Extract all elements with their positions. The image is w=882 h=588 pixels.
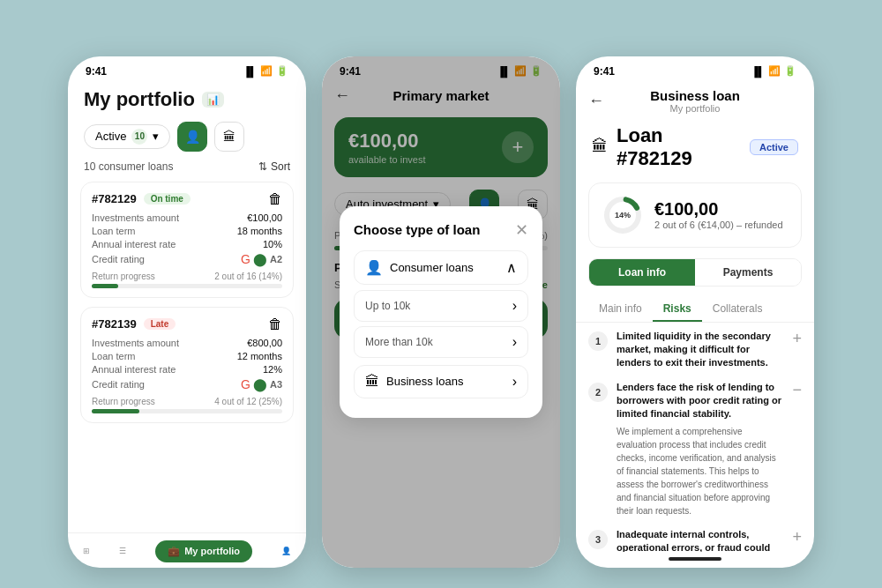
wifi-icon: 📶 xyxy=(260,65,273,77)
collapse-risk-2-button[interactable]: − xyxy=(792,381,802,399)
progress-fill-1 xyxy=(92,284,118,288)
sort-label: Sort xyxy=(271,160,290,173)
rating-value-1: A2 xyxy=(270,254,282,264)
loan-progress-2: Return progress 4 out of 12 (25%) xyxy=(92,397,282,413)
collaterals-tab[interactable]: Collaterals xyxy=(702,297,774,322)
loan-badge-2: Late xyxy=(144,318,176,330)
active-filter-dropdown[interactable]: Active 10 ▾ xyxy=(84,124,170,149)
status-icons-3: ▐▌ 📶 🔋 xyxy=(751,65,796,77)
loan-trash-icon-2[interactable]: 🗑 xyxy=(268,316,282,332)
up-to-10k-label: Up to 10k xyxy=(365,300,410,312)
wifi-icon-3: 📶 xyxy=(768,65,781,77)
active-status-badge: Active xyxy=(750,139,798,155)
progress-fill-2 xyxy=(92,409,139,413)
payments-tab[interactable]: Payments xyxy=(695,259,801,286)
portfolio-nav-label: My portfolio xyxy=(184,546,240,556)
loan-info-tab[interactable]: Loan info xyxy=(589,259,695,286)
google-icon-2: G xyxy=(241,377,250,391)
chevron-right-icon-1: › xyxy=(512,298,517,314)
loans-count-text: 10 consumer loans xyxy=(84,160,173,173)
nav-profile-button[interactable]: 👤 xyxy=(281,547,291,555)
nav-list-button[interactable]: ☰ xyxy=(119,547,126,555)
signal-icon-3: ▐▌ xyxy=(751,66,765,77)
loan-badge-1: On time xyxy=(144,193,191,205)
risk-text-3: Inadequate internal controls, operationa… xyxy=(617,528,783,552)
consumer-loans-header[interactable]: 👤 Consumer loans ∧ xyxy=(354,250,528,285)
risk-item-3: 3 Inadequate internal controls, operatio… xyxy=(588,528,802,552)
status-bar-3: 9:41 ▐▌ 📶 🔋 xyxy=(576,56,814,81)
loan-type-modal: Choose type of loan ✕ 👤 Consumer loans ∧… xyxy=(340,206,542,418)
consumer-loans-icon: 👤 xyxy=(365,259,383,276)
portfolio-icon: 📊 xyxy=(202,92,224,108)
up-to-10k-item[interactable]: Up to 10k › xyxy=(354,290,528,322)
back-button-3[interactable]: ← xyxy=(588,92,604,110)
loan-card-1[interactable]: #782129 On time 🗑 Investments amount €10… xyxy=(80,182,294,298)
battery-icon-3: 🔋 xyxy=(784,65,796,77)
business-loans-item[interactable]: 🏛 Business loans › xyxy=(354,365,528,398)
nav-grid-button[interactable]: ⊞ xyxy=(83,547,90,555)
status-icons-1: ▐▌ 📶 🔋 xyxy=(243,65,288,77)
risk-text-1: Limited liquidity in the secondary marke… xyxy=(617,330,783,370)
risk-item-2: 2 Lenders face the risk of lending to bo… xyxy=(588,381,802,517)
expand-risk-3-button[interactable]: + xyxy=(792,528,802,547)
chevron-right-icon-2: › xyxy=(512,334,517,350)
add-user-button[interactable]: 👤 xyxy=(177,122,207,152)
main-info-tab[interactable]: Main info xyxy=(588,297,653,322)
google-icon: G xyxy=(241,252,250,266)
risk-list: 1 Limited liquidity in the secondary mar… xyxy=(576,323,814,552)
risk-detail-2: We implement a comprehensive evaluation … xyxy=(617,425,783,517)
modal-header: Choose type of loan ✕ xyxy=(354,220,528,240)
loan-row-term-2: Loan term 12 months xyxy=(92,351,282,361)
donut-label: 14% xyxy=(615,211,631,220)
home-indicator-3 xyxy=(669,557,721,561)
filter-badge: 10 xyxy=(131,129,147,145)
amount-info: €100,00 2 out of 6 (€14,00) – refunded xyxy=(654,199,789,230)
loan-header-sub: My portfolio xyxy=(650,103,740,114)
more-than-10k-label: More than 10k xyxy=(365,336,433,348)
loan-number-text: Loan #782129 xyxy=(617,124,741,170)
phones-container: 9:41 ▐▌ 📶 🔋 My portfolio 📊 Active 10 ▾ 👤… xyxy=(18,18,864,588)
loan-row-investments-1: Investments amount €100,00 xyxy=(92,212,282,223)
expand-risk-1-button[interactable]: + xyxy=(792,330,802,348)
loan-id-row: 🏛 Loan #782129 Active xyxy=(576,121,814,177)
loan-card-2-header: #782139 Late 🗑 xyxy=(92,316,282,332)
risk-text-2: Lenders face the risk of lending to borr… xyxy=(617,381,783,421)
modal-close-button[interactable]: ✕ xyxy=(515,220,528,240)
portfolio-title-text: My portfolio xyxy=(84,88,195,111)
portfolio-title-row: My portfolio 📊 xyxy=(84,88,290,111)
time-3: 9:41 xyxy=(594,65,615,78)
modal-overlay[interactable]: Choose type of loan ✕ 👤 Consumer loans ∧… xyxy=(322,56,560,568)
business-loans-label: Business loans xyxy=(386,375,463,388)
bank-icon-button[interactable]: 🏛 xyxy=(214,122,244,152)
business-loans-icon: 🏛 xyxy=(365,374,379,390)
loan-header-titles: Business loan My portfolio xyxy=(650,88,740,114)
loan-row-rating-1: Credit rating G ⬤ A2 xyxy=(92,252,282,266)
loan-progress-1: Return progress 2 out of 16 (14%) xyxy=(92,272,282,288)
risks-tab[interactable]: Risks xyxy=(653,297,702,322)
portfolio-header: My portfolio 📊 xyxy=(68,81,306,115)
loan-amount-card: 14% €100,00 2 out of 6 (€14,00) – refund… xyxy=(588,182,802,248)
risk-number-3: 3 xyxy=(588,530,608,549)
risk-number-2: 2 xyxy=(588,383,608,402)
loan-header-title: Business loan xyxy=(650,88,740,103)
phone-1-portfolio: 9:41 ▐▌ 📶 🔋 My portfolio 📊 Active 10 ▾ 👤… xyxy=(68,56,306,568)
loan-trash-icon-1[interactable]: 🗑 xyxy=(268,191,282,207)
loans-count-row: 10 consumer loans ⇅ Sort xyxy=(68,159,306,178)
bank-building-icon: 🏛 xyxy=(592,138,608,156)
loan-card-2[interactable]: #782139 Late 🗑 Investments amount €800,0… xyxy=(80,307,294,423)
modal-title: Choose type of loan xyxy=(354,222,480,237)
airtable-icon-2: ⬤ xyxy=(253,377,267,391)
sort-button[interactable]: ⇅ Sort xyxy=(258,160,290,173)
status-bar-1: 9:41 ▐▌ 📶 🔋 xyxy=(68,56,306,81)
more-than-10k-item[interactable]: More than 10k › xyxy=(354,326,528,358)
time-1: 9:41 xyxy=(86,65,107,78)
phone-2-market: 9:41 ▐▌ 📶 🔋 ← Primary market €100,00 ava… xyxy=(322,56,560,568)
nav-portfolio-button[interactable]: 💼 My portfolio xyxy=(155,540,252,562)
consumer-loans-label: Consumer loans xyxy=(390,261,474,274)
filter-row: Active 10 ▾ 👤 🏛 xyxy=(68,115,306,159)
sub-tabs: Main info Risks Collaterals xyxy=(576,292,814,323)
grid-icon: ⊞ xyxy=(83,547,90,555)
filter-label: Active xyxy=(95,130,126,143)
list-icon: ☰ xyxy=(119,547,126,555)
loan-id-2: #782139 xyxy=(92,317,137,331)
